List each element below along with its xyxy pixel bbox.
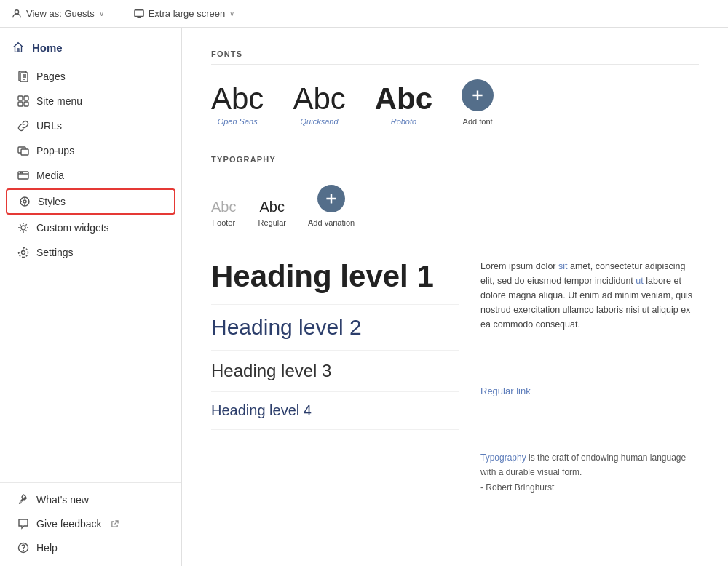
font-preview-opensans: Abc [211,84,264,114]
screen-label: Extra large screen [149,8,226,19]
sidebar-home-label: Home [32,41,63,54]
sidebar-item-label: Settings [36,247,74,258]
quote-text: Typography is the craft of endowing huma… [480,440,699,495]
sidebar-item-urls[interactable]: URLs [6,114,175,137]
quote-link-word: Typography [480,453,526,463]
add-font-label: Add font [463,117,493,126]
variation-footer[interactable]: Abc Footer [211,199,236,227]
sidebar-item-whats-new[interactable]: What's new [6,488,175,511]
variation-label-footer: Footer [212,218,235,227]
svg-rect-4 [18,96,23,100]
font-preview-roboto: Abc [375,84,432,114]
font-label-quicksand: Quicksand [301,117,339,126]
sidebar-item-help[interactable]: Help [6,536,175,559]
fonts-section: FONTS Abc Open Sans Abc Quicksand Abc Ro… [211,49,699,126]
sidebar-item-media[interactable]: Media [6,164,175,187]
view-as-chevron: ∨ [99,9,104,17]
headings-area: Heading level 1 Heading level 2 Heading … [211,249,699,495]
site-menu-icon [17,95,29,107]
sidebar-item-label: Styles [38,196,66,207]
custom-widgets-icon [17,222,29,234]
sidebar-item-give-feedback[interactable]: Give feedback [6,512,175,535]
sidebar-item-popups[interactable]: Pop-ups [6,139,175,162]
svg-point-17 [24,498,25,499]
screen-chevron: ∨ [229,9,234,17]
top-bar: View as: Guests ∨ Extra large screen ∨ [0,0,728,28]
svg-rect-7 [24,102,28,106]
variation-label-regular: Regular [258,218,286,227]
heading-row-1: Heading level 1 [211,249,459,305]
font-item-opensans[interactable]: Abc Open Sans [211,84,264,126]
spacer [480,332,699,375]
divider [119,7,119,20]
sidebar-item-settings[interactable]: Settings [6,241,175,264]
heading-level-3: Heading level 3 [211,361,459,381]
lorem-highlight-ut: ut [636,276,643,286]
svg-rect-9 [21,149,28,155]
sidebar-item-label: Help [36,542,58,554]
sidebar-item-label: Custom widgets [36,222,109,234]
sidebar-bottom: What's new Give feedback [0,482,181,560]
svg-point-12 [22,172,23,173]
screen-size-selector[interactable]: Extra large screen ∨ [134,8,235,19]
add-variation-circle[interactable] [317,185,345,212]
sidebar: Home Pages Site menu [0,28,182,566]
fonts-row: Abc Open Sans Abc Quicksand Abc Roboto [211,79,699,126]
typography-section: TYPOGRAPHY Abc Footer Abc Regular [211,155,699,495]
sidebar-item-custom-widgets[interactable]: Custom widgets [6,216,175,239]
heading-row-2: Heading level 2 [211,305,459,351]
sidebar-item-label: Pages [36,71,66,82]
add-variation-button[interactable]: Add variation [308,185,355,227]
typography-section-title: TYPOGRAPHY [211,155,699,170]
heading-level-4: Heading level 4 [211,402,459,419]
styles-icon [19,196,31,207]
add-variation-label: Add variation [308,218,355,227]
pages-icon [17,71,29,82]
rocket-icon [17,494,29,506]
fonts-section-title: FONTS [211,49,699,65]
external-link-icon [111,520,119,528]
svg-point-15 [21,226,25,230]
font-label-roboto: Roboto [391,117,416,126]
person-icon [12,9,22,19]
variation-row: Abc Footer Abc Regular Add variation [211,185,699,227]
heading-level-2: Heading level 2 [211,315,459,340]
sidebar-item-label: Give feedback [36,518,102,530]
urls-icon [17,120,29,132]
heading-row-4: Heading level 4 [211,392,459,430]
sidebar-item-pages[interactable]: Pages [6,65,175,88]
font-item-quicksand[interactable]: Abc Quicksand [293,84,345,126]
variation-preview-regular: Abc [260,199,285,215]
sidebar-item-label: Pop-ups [36,145,74,156]
sidebar-item-label: Site menu [36,95,82,107]
view-as-guests[interactable]: View as: Guests ∨ [12,8,104,19]
monitor-icon [134,9,144,19]
media-icon [17,170,29,181]
variation-preview-footer: Abc [211,199,236,215]
sidebar-item-styles[interactable]: Styles [6,188,175,215]
main-layout: Home Pages Site menu [0,28,728,566]
regular-link[interactable]: Regular link [480,375,699,396]
add-font-circle[interactable] [462,79,494,111]
popups-icon [17,145,29,156]
sidebar-item-label: Media [36,170,64,181]
sidebar-item-site-menu[interactable]: Site menu [6,89,175,113]
home-icon [12,41,25,54]
sidebar-item-label: What's new [36,494,89,506]
font-item-roboto[interactable]: Abc Roboto [375,84,432,126]
svg-rect-1 [135,9,143,16]
spacer2 [480,396,699,440]
lorem-highlight-sit: sit [558,261,568,271]
svg-point-11 [20,172,20,173]
plus-icon [323,191,339,207]
heading-row-3: Heading level 3 [211,351,459,392]
lorem-text: Lorem ipsum dolor sit amet, consectetur … [480,249,699,332]
svg-rect-5 [24,96,28,100]
sidebar-home[interactable]: Home [0,33,181,64]
side-col: Lorem ipsum dolor sit amet, consectetur … [480,249,699,495]
variation-regular[interactable]: Abc Regular [258,199,286,227]
plus-icon [470,87,486,103]
svg-point-19 [23,551,24,551]
svg-point-0 [15,9,18,13]
add-font-button[interactable]: Add font [462,79,494,126]
